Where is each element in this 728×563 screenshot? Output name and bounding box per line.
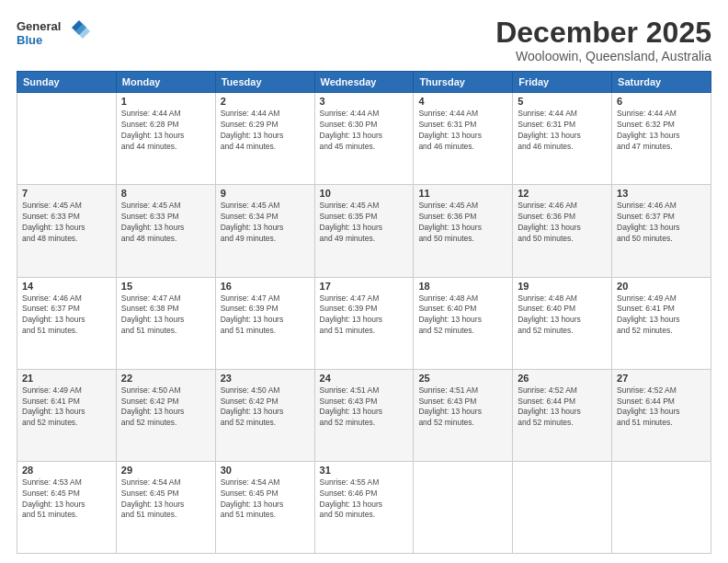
calendar-week-row: 1Sunrise: 4:44 AM Sunset: 6:28 PM Daylig… — [17, 93, 711, 185]
cell-date-number: 10 — [320, 188, 409, 199]
logo-svg: General Blue — [17, 17, 90, 52]
cell-date-number: 8 — [121, 188, 210, 199]
cell-info-text: Sunrise: 4:52 AM Sunset: 6:44 PM Dayligh… — [617, 385, 706, 430]
cell-date-number: 13 — [617, 188, 706, 199]
table-row: 29Sunrise: 4:54 AM Sunset: 6:45 PM Dayli… — [116, 461, 215, 553]
cell-date-number: 23 — [221, 373, 310, 384]
cell-date-number: 20 — [617, 281, 706, 292]
cell-date-number: 27 — [617, 373, 706, 384]
cell-date-number: 31 — [320, 465, 409, 476]
cell-date-number: 1 — [121, 96, 210, 107]
cell-date-number: 18 — [418, 281, 507, 292]
table-row: 17Sunrise: 4:47 AM Sunset: 6:39 PM Dayli… — [314, 277, 414, 369]
table-row — [17, 93, 117, 185]
cell-info-text: Sunrise: 4:50 AM Sunset: 6:42 PM Dayligh… — [221, 385, 310, 430]
table-row: 15Sunrise: 4:47 AM Sunset: 6:38 PM Dayli… — [116, 277, 215, 369]
cell-date-number: 2 — [221, 96, 310, 107]
cell-info-text: Sunrise: 4:44 AM Sunset: 6:28 PM Dayligh… — [121, 109, 210, 153]
subtitle: Wooloowin, Queensland, Australia — [495, 49, 711, 63]
cell-date-number: 3 — [320, 96, 409, 107]
cell-info-text: Sunrise: 4:45 AM Sunset: 6:34 PM Dayligh… — [221, 201, 310, 245]
cell-date-number: 14 — [22, 281, 111, 292]
cell-info-text: Sunrise: 4:46 AM Sunset: 6:36 PM Dayligh… — [518, 201, 607, 245]
cell-date-number: 7 — [22, 188, 111, 199]
table-row: 31Sunrise: 4:55 AM Sunset: 6:46 PM Dayli… — [314, 461, 414, 553]
cell-date-number: 6 — [617, 96, 706, 107]
cell-date-number: 15 — [121, 281, 210, 292]
table-row: 13Sunrise: 4:46 AM Sunset: 6:37 PM Dayli… — [612, 185, 711, 277]
table-row: 6Sunrise: 4:44 AM Sunset: 6:32 PM Daylig… — [612, 93, 711, 185]
cell-info-text: Sunrise: 4:44 AM Sunset: 6:31 PM Dayligh… — [418, 109, 507, 153]
cell-info-text: Sunrise: 4:44 AM Sunset: 6:29 PM Dayligh… — [221, 109, 310, 153]
cell-date-number: 25 — [418, 373, 507, 384]
cell-info-text: Sunrise: 4:48 AM Sunset: 6:40 PM Dayligh… — [518, 293, 607, 338]
cell-date-number: 26 — [518, 373, 607, 384]
table-row: 12Sunrise: 4:46 AM Sunset: 6:36 PM Dayli… — [513, 185, 612, 277]
cell-date-number: 11 — [418, 188, 507, 199]
cell-info-text: Sunrise: 4:50 AM Sunset: 6:42 PM Dayligh… — [121, 385, 210, 430]
cell-date-number: 24 — [320, 373, 409, 384]
col-tuesday: Tuesday — [215, 72, 314, 93]
table-row: 8Sunrise: 4:45 AM Sunset: 6:33 PM Daylig… — [116, 185, 215, 277]
cell-info-text: Sunrise: 4:45 AM Sunset: 6:35 PM Dayligh… — [320, 201, 409, 245]
header: General Blue December 2025 Wooloowin, Qu… — [17, 17, 711, 63]
col-sunday: Sunday — [17, 72, 117, 93]
cell-info-text: Sunrise: 4:45 AM Sunset: 6:33 PM Dayligh… — [121, 201, 210, 245]
calendar-week-row: 21Sunrise: 4:49 AM Sunset: 6:41 PM Dayli… — [17, 369, 711, 461]
table-row: 3Sunrise: 4:44 AM Sunset: 6:30 PM Daylig… — [314, 93, 414, 185]
calendar-week-row: 14Sunrise: 4:46 AM Sunset: 6:37 PM Dayli… — [17, 277, 711, 369]
table-row — [612, 461, 711, 553]
main-title: December 2025 — [495, 17, 711, 49]
cell-info-text: Sunrise: 4:48 AM Sunset: 6:40 PM Dayligh… — [418, 293, 507, 338]
table-row: 7Sunrise: 4:45 AM Sunset: 6:33 PM Daylig… — [17, 185, 117, 277]
calendar-week-row: 28Sunrise: 4:53 AM Sunset: 6:45 PM Dayli… — [17, 461, 711, 553]
col-thursday: Thursday — [414, 72, 513, 93]
cell-date-number: 22 — [121, 373, 210, 384]
table-row: 11Sunrise: 4:45 AM Sunset: 6:36 PM Dayli… — [414, 185, 513, 277]
cell-date-number: 28 — [22, 465, 111, 476]
cell-date-number: 4 — [418, 96, 507, 107]
table-row — [414, 461, 513, 553]
table-row: 25Sunrise: 4:51 AM Sunset: 6:43 PM Dayli… — [414, 369, 513, 461]
table-row: 19Sunrise: 4:48 AM Sunset: 6:40 PM Dayli… — [513, 277, 612, 369]
cell-info-text: Sunrise: 4:49 AM Sunset: 6:41 PM Dayligh… — [22, 385, 111, 430]
table-row: 20Sunrise: 4:49 AM Sunset: 6:41 PM Dayli… — [612, 277, 711, 369]
cell-info-text: Sunrise: 4:47 AM Sunset: 6:38 PM Dayligh… — [121, 293, 210, 338]
cell-info-text: Sunrise: 4:52 AM Sunset: 6:44 PM Dayligh… — [518, 385, 607, 430]
cell-date-number: 30 — [221, 465, 310, 476]
cell-info-text: Sunrise: 4:46 AM Sunset: 6:37 PM Dayligh… — [617, 201, 706, 245]
calendar-table: Sunday Monday Tuesday Wednesday Thursday… — [17, 71, 711, 554]
col-saturday: Saturday — [612, 72, 711, 93]
page: General Blue December 2025 Wooloowin, Qu… — [0, 0, 728, 563]
cell-date-number: 21 — [22, 373, 111, 384]
table-row — [513, 461, 612, 553]
cell-info-text: Sunrise: 4:55 AM Sunset: 6:46 PM Dayligh… — [320, 477, 409, 522]
cell-date-number: 12 — [518, 188, 607, 199]
col-wednesday: Wednesday — [314, 72, 414, 93]
col-friday: Friday — [513, 72, 612, 93]
cell-info-text: Sunrise: 4:47 AM Sunset: 6:39 PM Dayligh… — [221, 293, 310, 338]
cell-info-text: Sunrise: 4:54 AM Sunset: 6:45 PM Dayligh… — [121, 477, 210, 522]
cell-date-number: 9 — [221, 188, 310, 199]
title-block: December 2025 Wooloowin, Queensland, Aus… — [495, 17, 711, 63]
cell-info-text: Sunrise: 4:46 AM Sunset: 6:37 PM Dayligh… — [22, 293, 111, 338]
svg-text:General: General — [17, 19, 61, 33]
table-row: 21Sunrise: 4:49 AM Sunset: 6:41 PM Dayli… — [17, 369, 117, 461]
cell-date-number: 5 — [518, 96, 607, 107]
cell-info-text: Sunrise: 4:53 AM Sunset: 6:45 PM Dayligh… — [22, 477, 111, 522]
cell-info-text: Sunrise: 4:47 AM Sunset: 6:39 PM Dayligh… — [320, 293, 409, 338]
cell-info-text: Sunrise: 4:45 AM Sunset: 6:36 PM Dayligh… — [418, 201, 507, 245]
table-row: 14Sunrise: 4:46 AM Sunset: 6:37 PM Dayli… — [17, 277, 117, 369]
cell-info-text: Sunrise: 4:44 AM Sunset: 6:30 PM Dayligh… — [320, 109, 409, 153]
table-row: 1Sunrise: 4:44 AM Sunset: 6:28 PM Daylig… — [116, 93, 215, 185]
table-row: 5Sunrise: 4:44 AM Sunset: 6:31 PM Daylig… — [513, 93, 612, 185]
calendar-header-row: Sunday Monday Tuesday Wednesday Thursday… — [17, 72, 711, 93]
table-row: 24Sunrise: 4:51 AM Sunset: 6:43 PM Dayli… — [314, 369, 414, 461]
table-row: 2Sunrise: 4:44 AM Sunset: 6:29 PM Daylig… — [215, 93, 314, 185]
cell-info-text: Sunrise: 4:49 AM Sunset: 6:41 PM Dayligh… — [617, 293, 706, 338]
table-row: 4Sunrise: 4:44 AM Sunset: 6:31 PM Daylig… — [414, 93, 513, 185]
table-row: 30Sunrise: 4:54 AM Sunset: 6:45 PM Dayli… — [215, 461, 314, 553]
table-row: 9Sunrise: 4:45 AM Sunset: 6:34 PM Daylig… — [215, 185, 314, 277]
table-row: 22Sunrise: 4:50 AM Sunset: 6:42 PM Dayli… — [116, 369, 215, 461]
table-row: 28Sunrise: 4:53 AM Sunset: 6:45 PM Dayli… — [17, 461, 117, 553]
